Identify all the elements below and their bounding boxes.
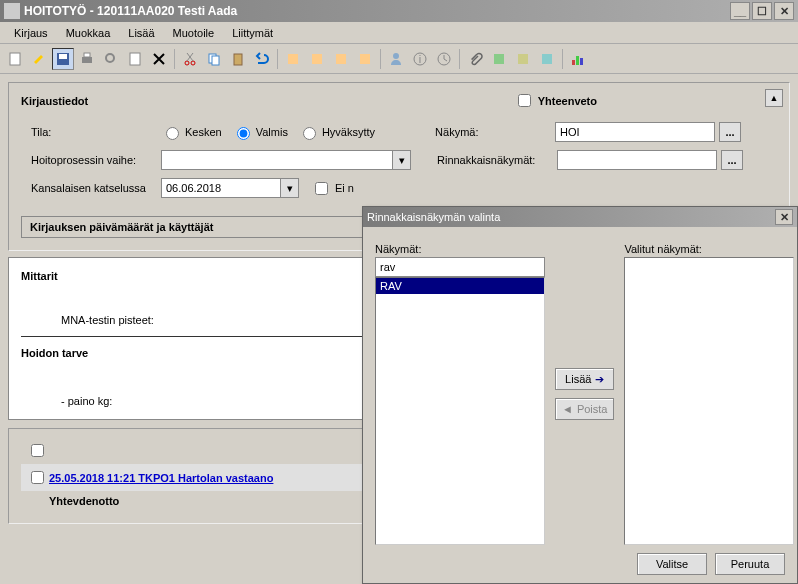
chart-icon[interactable] [567,48,589,70]
row-checkbox[interactable] [31,471,44,484]
nakymat-search-input[interactable] [375,257,545,277]
edit-icon[interactable] [28,48,50,70]
svg-rect-11 [234,54,242,65]
dialog-close-button[interactable]: ✕ [775,209,793,225]
menu-kirjaus[interactable]: Kirjaus [6,25,56,41]
clock-icon[interactable] [433,48,455,70]
svg-rect-10 [212,56,219,65]
nakymä-input[interactable] [555,122,715,142]
tool-icon-7[interactable] [536,48,558,70]
valitut-listbox[interactable] [624,257,794,545]
svg-point-5 [106,54,114,62]
tool-icon-1[interactable] [282,48,304,70]
person-icon[interactable] [385,48,407,70]
date-input[interactable] [161,178,281,198]
svg-rect-13 [312,54,322,64]
rinnakkaisnakymat-browse-button[interactable]: ... [721,150,743,170]
minimize-button[interactable]: __ [730,2,750,20]
nakymä-browse-button[interactable]: ... [719,122,741,142]
nakymat-label: Näkymät: [375,243,545,255]
save-icon[interactable] [52,48,74,70]
maximize-button[interactable]: ☐ [752,2,772,20]
tila-label: Tila: [31,126,161,138]
arrow-left-icon: ◄ [562,403,573,415]
close-button[interactable]: ✕ [774,2,794,20]
row-link[interactable]: 25.05.2018 11:21 TKPO1 Hartolan vastaano [49,472,273,484]
svg-rect-12 [288,54,298,64]
window-title: HOITOTYÖ - 120111AA020 Testi Aada [24,4,730,18]
info-icon[interactable]: i [409,48,431,70]
cut-icon[interactable] [179,48,201,70]
svg-rect-25 [580,58,583,65]
tila-hyvaksytty-radio[interactable] [303,127,316,140]
menu-muokkaa[interactable]: Muokkaa [58,25,119,41]
svg-rect-22 [542,54,552,64]
listbox-item-rav[interactable]: RAV [376,278,544,294]
svg-rect-2 [59,54,67,59]
toolbar: i [0,44,798,74]
attach-icon[interactable] [464,48,486,70]
peruuta-button[interactable]: Peruuta [715,553,785,575]
row-text: Yhtevdenotto [49,495,119,507]
tool-icon-3[interactable] [330,48,352,70]
hoitoprosessin-dropdown[interactable]: ▾ [393,150,411,170]
nakymä-label: Näkymä: [435,126,555,138]
hoitoprosessin-label: Hoitoprosessin vaihe: [31,154,161,166]
collapse-up-button[interactable]: ▲ [765,89,783,107]
nakymat-listbox[interactable]: RAV [375,277,545,545]
tool-icon-4[interactable] [354,48,376,70]
window-titlebar: HOITOTYÖ - 120111AA020 Testi Aada __ ☐ ✕ [0,0,798,22]
svg-text:i: i [419,53,421,65]
tool-icon-6[interactable] [512,48,534,70]
new-icon[interactable] [4,48,26,70]
kirjaustiedot-title: Kirjaustiedot [21,95,88,107]
svg-rect-0 [10,53,20,65]
tool-icon-5[interactable] [488,48,510,70]
svg-rect-14 [336,54,346,64]
poista-button[interactable]: ◄Poista [555,398,614,420]
svg-rect-23 [572,60,575,65]
svg-rect-4 [84,53,90,57]
undo-icon[interactable] [251,48,273,70]
svg-rect-24 [576,56,579,65]
svg-rect-20 [494,54,504,64]
mittarit-heading: Mittarit [21,270,58,282]
svg-rect-21 [518,54,528,64]
svg-rect-6 [130,53,140,65]
paste-icon[interactable] [227,48,249,70]
preview-icon[interactable] [100,48,122,70]
print-icon[interactable] [76,48,98,70]
rinnakkaisnakymat-input[interactable] [557,150,717,170]
date-dropdown[interactable]: ▾ [281,178,299,198]
valitse-button[interactable]: Valitse [637,553,707,575]
svg-point-7 [185,61,189,65]
menu-lisaa[interactable]: Lisää [120,25,162,41]
tila-valmis-radio[interactable] [237,127,250,140]
rinnakkaisnakymat-label: Rinnakkaisnäkymät: [437,154,557,166]
app-icon [4,3,20,19]
menu-muotoile[interactable]: Muotoile [165,25,223,41]
header-checkbox[interactable] [31,444,44,457]
hoidon-tarve-heading: Hoidon tarve [21,347,88,359]
yhteenveto-label: Yhteenveto [538,95,597,107]
arrow-right-icon: ➔ [595,373,604,386]
copy-icon[interactable] [203,48,225,70]
yhteenveto-checkbox[interactable] [518,94,531,107]
hoitoprosessin-input[interactable] [161,150,393,170]
kansalaisen-label: Kansalaisen katselussa [31,182,161,194]
lisaa-button[interactable]: Lisää➔ [555,368,614,390]
menu-liittymat[interactable]: Liittymät [224,25,281,41]
menu-bar: Kirjaus Muokkaa Lisää Muotoile Liittymät [0,22,798,44]
valitut-label: Valitut näkymät: [624,243,794,255]
svg-rect-15 [360,54,370,64]
dialog-title: Rinnakkaisnäkymän valinta [367,211,775,223]
ei-n-checkbox[interactable] [315,182,328,195]
rinnakkaisnakymä-dialog: Rinnakkaisnäkymän valinta ✕ Näkymät: RAV… [362,206,798,584]
svg-rect-3 [82,57,92,63]
delete-icon[interactable] [148,48,170,70]
doc-icon[interactable] [124,48,146,70]
tila-kesken-radio[interactable] [166,127,179,140]
dialog-titlebar: Rinnakkaisnäkymän valinta ✕ [363,207,797,227]
tool-icon-2[interactable] [306,48,328,70]
svg-point-8 [191,61,195,65]
